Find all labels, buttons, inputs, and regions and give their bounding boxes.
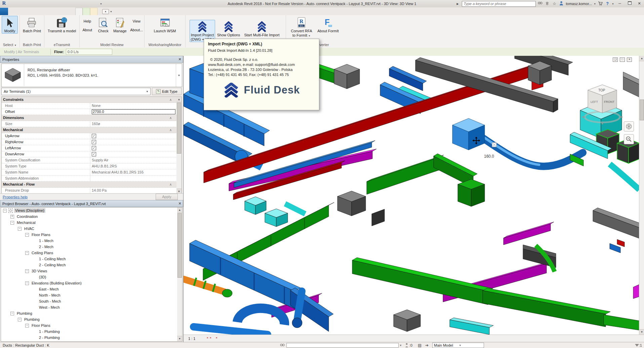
tree-item[interactable]: − HVAC	[1, 226, 178, 232]
tree-item[interactable]: West - Mech	[1, 304, 178, 310]
type-selector[interactable]: RD1, Rectangular diffuser RD1, L=555. H=…	[1, 64, 182, 87]
steering-wheel-icon[interactable]	[624, 121, 634, 131]
close-button[interactable]: ✕	[635, 1, 643, 6]
ribbon-collapse-control[interactable]: ▲▼	[102, 9, 112, 14]
batch-print-button[interactable]: Batch Print	[20, 16, 44, 34]
status-prompt-input[interactable]	[286, 343, 399, 348]
tree-item[interactable]: − Plumbing	[1, 310, 178, 316]
minimize-button[interactable]: ─	[616, 1, 624, 6]
ribbon-tab[interactable]	[0, 8, 8, 15]
status-caret-icon[interactable]: ▼	[399, 344, 402, 347]
ribbon-tab[interactable]	[90, 8, 97, 15]
app-store-cart-icon[interactable]	[598, 1, 603, 6]
ribbon-tab[interactable]	[35, 8, 42, 15]
scroll-down-icon[interactable]: ▼	[639, 329, 644, 335]
transmit-model-button[interactable]: Transmit a model	[45, 16, 78, 34]
properties-scrollbar[interactable]: ▲ ▼	[176, 96, 182, 194]
about-button[interactable]: About	[80, 28, 95, 32]
property-row[interactable]: System Type ✓AHU.B.B1.2RS ∧	[2, 163, 177, 169]
start-multi-file-import-button[interactable]: Start Multi-File Import	[242, 20, 282, 38]
check-button[interactable]: Check	[96, 16, 111, 34]
favorites-icon[interactable]: ☆	[552, 1, 557, 6]
scroll-up-icon[interactable]: ▲	[176, 97, 182, 102]
project-browser-scrollbar[interactable]: ▲ ▼	[177, 207, 183, 342]
infocenter-toggle-icon[interactable]: ▸	[455, 1, 460, 6]
convert-rfa-button[interactable]: RRFA Convert RFAto FormIt ▼	[289, 16, 314, 38]
tree-item[interactable]: 2 - Plumbing	[1, 335, 178, 341]
design-options-combo[interactable]: Main Model▼	[432, 343, 484, 348]
ribbon-tab[interactable]	[42, 8, 48, 15]
qat-icon[interactable]	[40, 1, 45, 6]
qat-icon[interactable]	[52, 1, 57, 6]
editable-worksets-icon[interactable]	[405, 343, 409, 348]
ribbon-tab[interactable]	[15, 8, 22, 15]
zoom-tool-icon[interactable]	[624, 134, 634, 144]
manage-button[interactable]: Manage	[112, 16, 128, 34]
restore-button[interactable]	[626, 1, 634, 6]
qat-icon[interactable]	[58, 1, 63, 6]
tree-item[interactable]: 2 - Mech	[1, 244, 178, 250]
tree-item[interactable]: North - Mech	[1, 292, 178, 298]
scroll-down-icon[interactable]: ▼	[177, 336, 182, 341]
property-row[interactable]: Dimensions ✓ ∧	[2, 115, 177, 121]
viewcube[interactable]: TOP LEFT FRONT	[580, 79, 624, 128]
tree-toggle-icon[interactable]: −	[18, 318, 22, 321]
property-row[interactable]: RightArrow ✓ ∧	[2, 139, 177, 145]
qat-icon[interactable]	[82, 1, 87, 6]
property-row[interactable]: Size ✓160ø ∧	[2, 121, 177, 127]
tree-item[interactable]: − 3D Views	[1, 268, 178, 274]
apply-button[interactable]: Apply	[156, 194, 178, 200]
tree-toggle-icon[interactable]: −	[10, 221, 14, 225]
view-close-icon[interactable]: ✕	[627, 57, 632, 62]
property-row[interactable]: System Abbreviation ✓ ∧	[2, 176, 177, 182]
tree-toggle-icon[interactable]: −	[25, 281, 29, 285]
editable-only-icon[interactable]: ➔	[425, 343, 429, 348]
qat-customize-icon[interactable]: ▼	[100, 3, 102, 5]
launch-wsm-button[interactable]: Launch WSM	[148, 16, 182, 34]
property-row[interactable]: Host ✓None ∧	[2, 103, 177, 109]
tree-item[interactable]: East - Mech	[1, 286, 178, 292]
ribbon-tab[interactable]	[69, 8, 75, 15]
communication-center-icon[interactable]	[545, 1, 550, 6]
tree-item[interactable]: − Ceiling Plans	[1, 250, 178, 256]
qat-icon[interactable]	[34, 1, 39, 6]
tree-toggle-icon[interactable]: −	[25, 251, 29, 255]
search-icon[interactable]	[537, 1, 543, 6]
help-button[interactable]: Help	[80, 19, 95, 23]
project-browser-close-icon[interactable]: ✕	[177, 201, 183, 206]
tree-item[interactable]: − Floor Plans	[1, 322, 178, 328]
tree-item[interactable]: 2 - Ceiling Mech	[1, 262, 178, 268]
ribbon-tab[interactable]	[62, 8, 69, 15]
qat-icon[interactable]	[22, 1, 27, 6]
view-maximize-icon[interactable]: □	[620, 57, 625, 62]
flow-input[interactable]	[66, 49, 112, 55]
edit-type-button[interactable]: ✎ Edit Type	[152, 88, 182, 95]
tree-item[interactable]: {3D}	[1, 274, 178, 280]
property-row[interactable]: System Classification ✓Supply Air ∧	[2, 157, 177, 163]
signed-in-user[interactable]: tomasz.komor...	[566, 2, 592, 6]
view-restore-icon[interactable]: ❏	[613, 57, 618, 62]
qat-icon[interactable]	[28, 1, 33, 6]
property-row[interactable]: Mechanical - Flow ✓ ∧	[2, 182, 177, 188]
ribbon-tab[interactable]	[48, 8, 55, 15]
ribbon-tab[interactable]	[83, 8, 90, 15]
help-icon[interactable]: ?	[605, 1, 610, 6]
element-filter-combo[interactable]: Air Terminals (1)▼	[1, 88, 151, 95]
ribbon-tab[interactable]	[8, 8, 15, 15]
tree-item[interactable]: − Views (Discipline)	[1, 207, 178, 214]
tree-item[interactable]: + Coordination	[1, 214, 178, 220]
tree-toggle-icon[interactable]: −	[18, 227, 22, 231]
worksets-dialog-icon[interactable]: ▤	[418, 343, 421, 348]
properties-help-link[interactable]: Properties help	[3, 195, 28, 199]
filter-icon[interactable]: :1	[635, 343, 642, 347]
tree-item[interactable]: − Elevations (Building Elevation)	[1, 280, 178, 286]
qat-icon[interactable]	[15, 1, 21, 6]
property-row[interactable]: LeftArrow ✓ ∧	[2, 145, 177, 151]
ribbon-tab[interactable]	[22, 8, 28, 15]
tree-toggle-icon[interactable]: −	[25, 233, 29, 237]
property-row[interactable]: System Name ✓Mechanical AHU.B.B1.2RS 155…	[2, 169, 177, 176]
property-row[interactable]: DownArrow ✓ ∧	[2, 151, 177, 157]
user-menu-caret-icon[interactable]: ▼	[594, 3, 596, 5]
ribbon-tab[interactable]	[28, 8, 35, 15]
tree-toggle-icon[interactable]: −	[25, 324, 29, 327]
